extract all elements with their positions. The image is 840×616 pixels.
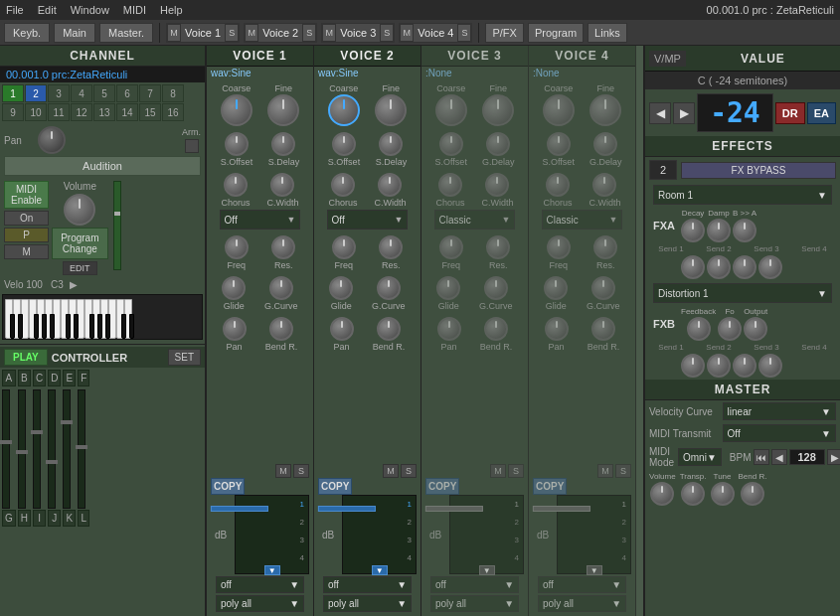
ch-8[interactable]: 8 [162, 84, 184, 102]
ch-4[interactable]: 4 [71, 84, 92, 102]
menu-window[interactable]: Window [71, 4, 109, 16]
ctrl-c[interactable]: C [33, 370, 46, 386]
v1-soffset-knob[interactable] [225, 132, 249, 156]
v1-sdelay-knob[interactable] [271, 132, 295, 156]
v1-bendr-knob[interactable] [269, 317, 293, 341]
fxb-feedback-knob[interactable] [687, 317, 711, 341]
ch-5[interactable]: 5 [93, 84, 115, 102]
fx-bypass-button[interactable]: FX BYPASS [681, 162, 836, 179]
ch-6[interactable]: 6 [116, 84, 138, 102]
v4-glide-knob[interactable] [544, 276, 568, 300]
master-bendr-knob[interactable] [741, 482, 764, 506]
v2-coarse-knob[interactable] [328, 94, 360, 126]
edit-button[interactable]: EDIT [63, 261, 97, 275]
nav-right-button[interactable]: ▶ [673, 102, 695, 124]
v3-coarse-knob[interactable] [435, 94, 467, 126]
bpm-fwd-button[interactable]: ▶ [827, 449, 840, 465]
ctrl-d[interactable]: D [48, 370, 61, 386]
v1-copy-button[interactable]: COPY [211, 478, 245, 495]
dr-button[interactable]: DR [775, 102, 805, 124]
ch-13[interactable]: 13 [93, 103, 115, 121]
ctrl-k[interactable]: K [63, 510, 76, 527]
menu-midi[interactable]: MIDI [123, 4, 146, 16]
v2-gcurve-knob[interactable] [377, 276, 401, 300]
voice3-tab[interactable]: M Voice 3 S [321, 23, 395, 43]
ctrl-h[interactable]: H [18, 510, 31, 527]
v2-freq-knob[interactable] [332, 235, 356, 259]
voice4-tab[interactable]: M Voice 4 S [399, 23, 472, 43]
v1-poly-select[interactable]: poly all▼ [216, 595, 304, 612]
v4-off-select[interactable]: off▼ [538, 576, 626, 593]
program-change-button[interactable]: ProgramChange [52, 228, 107, 259]
ch-1[interactable]: 1 [2, 84, 24, 102]
v3-pan-knob[interactable] [437, 317, 461, 341]
v2-fader-down[interactable]: ▼ [372, 565, 388, 575]
bpm-back-button[interactable]: ◀ [771, 449, 787, 465]
v2-m-btn[interactable]: M [383, 464, 399, 478]
v4-filter-select[interactable]: Classic ▼ [542, 210, 623, 230]
v2-fader[interactable] [318, 506, 376, 512]
v4-pan-knob[interactable] [545, 317, 569, 341]
v3-fader[interactable] [425, 506, 483, 512]
ch-14[interactable]: 14 [116, 103, 138, 121]
v3-cwidth-knob[interactable] [485, 173, 509, 197]
v3-copy-button[interactable]: COPY [425, 478, 459, 495]
voice1-s-btn[interactable]: S [225, 24, 239, 42]
voice1-tab[interactable]: M Voice 1 S [166, 23, 240, 43]
v4-fine-knob[interactable] [589, 94, 621, 126]
voice4-s-btn[interactable]: S [457, 24, 471, 42]
midi-mode-select[interactable]: Omni▼ [678, 448, 722, 466]
program-button[interactable]: Program [528, 23, 584, 43]
black-key-3[interactable] [18, 314, 23, 339]
fxb-output-knob[interactable] [744, 317, 767, 341]
v1-fader-down[interactable]: ▼ [264, 565, 280, 575]
v3-gcurve-knob[interactable] [484, 276, 508, 300]
v4-m-btn[interactable]: M [597, 464, 613, 478]
v4-fader-down[interactable]: ▼ [587, 565, 602, 575]
fxa-send3-knob[interactable] [733, 255, 756, 279]
black-key-1[interactable] [10, 314, 15, 339]
voice2-s-btn[interactable]: S [302, 24, 316, 42]
links-button[interactable]: Links [588, 23, 627, 43]
ch-15[interactable]: 15 [139, 103, 161, 121]
v3-glide-knob[interactable] [436, 276, 460, 300]
midi-transmit-select[interactable]: Off▼ [723, 424, 836, 442]
black-key-20[interactable] [97, 314, 102, 339]
midi-enable-button[interactable]: MIDIEnable [4, 181, 49, 209]
v1-s-btn[interactable]: S [293, 464, 309, 478]
voice4-m-btn[interactable]: M [400, 24, 414, 42]
audition-button[interactable]: Audition [4, 156, 201, 176]
fxb-fo-knob[interactable] [718, 317, 742, 341]
volume-knob[interactable] [64, 194, 95, 226]
v2-copy-button[interactable]: COPY [318, 478, 352, 495]
main-button[interactable]: Main [54, 23, 95, 43]
v1-glide-knob[interactable] [222, 276, 246, 300]
fxa-decay-knob[interactable] [681, 219, 705, 242]
ctrl-g[interactable]: G [2, 510, 16, 527]
fxb-send1-knob[interactable] [681, 354, 705, 378]
v2-poly-select[interactable]: poly all▼ [323, 595, 412, 612]
v3-soffset-knob[interactable] [439, 132, 463, 156]
ch-12[interactable]: 12 [71, 103, 92, 121]
v3-fader-down[interactable]: ▼ [479, 565, 495, 575]
voice1-m-btn[interactable]: M [167, 24, 181, 42]
v4-freq-knob[interactable] [547, 235, 571, 259]
master-tune-knob[interactable] [711, 482, 735, 506]
p-button[interactable]: P [4, 228, 49, 242]
black-key-15[interactable] [74, 314, 79, 339]
v1-gcurve-knob[interactable] [269, 276, 293, 300]
v4-sdelay-knob[interactable] [593, 132, 617, 156]
v4-bendr-knob[interactable] [591, 317, 615, 341]
v2-chorus-knob[interactable] [331, 173, 355, 197]
v1-coarse-knob[interactable] [221, 94, 252, 126]
black-key-8[interactable] [42, 314, 47, 339]
pan-knob[interactable] [38, 126, 66, 154]
master-volume-knob[interactable] [650, 482, 674, 506]
ch-16[interactable]: 16 [162, 103, 184, 121]
fxa-send4-knob[interactable] [758, 255, 782, 279]
ea-button[interactable]: EA [807, 102, 836, 124]
black-key-10[interactable] [50, 314, 55, 339]
m-button[interactable]: M [4, 244, 49, 259]
on-button[interactable]: On [4, 211, 49, 226]
v2-sdelay-knob[interactable] [379, 132, 403, 156]
